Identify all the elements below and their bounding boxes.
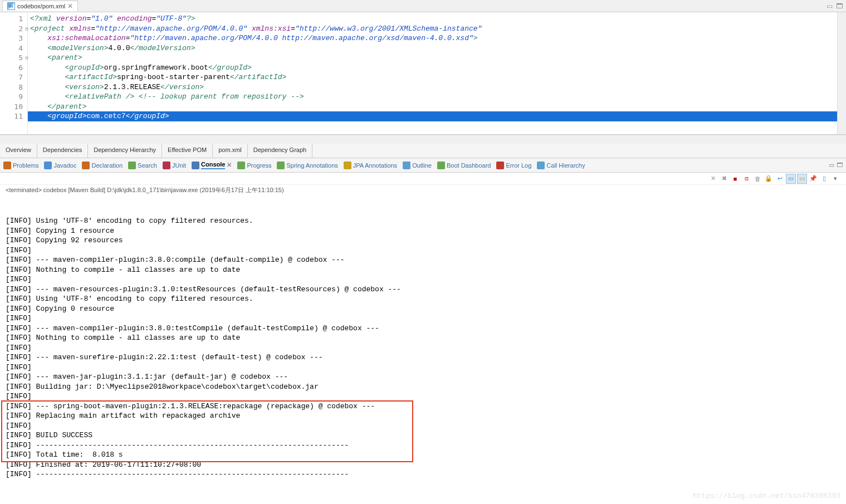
view-jpa-annotations[interactable]: JPA Annotations — [344, 162, 397, 169]
view-label: Call Hierarchy — [546, 162, 585, 169]
editor-horizontal-scrollbar[interactable] — [0, 135, 846, 144]
console-output[interactable]: [INFO] Using 'UTF-8' encoding to copy fi… — [0, 197, 846, 504]
line-number: 4 — [0, 43, 27, 53]
call-hierarchy-icon — [537, 162, 545, 169]
view-error-log[interactable]: Error Log — [496, 162, 531, 169]
editor-tab-bar: M codebox/pom.xml ✕ ▭ 🗖 — [0, 0, 846, 12]
line-number: 2 — [0, 24, 27, 34]
open-console-icon[interactable]: ▾ — [830, 174, 840, 184]
code-line[interactable]: <groupId>org.springframework.boot</group… — [28, 63, 837, 73]
console-line: [INFO] Nothing to compile - all classes … — [6, 333, 840, 343]
code-line[interactable]: <groupId>com.cetc7</groupId> — [28, 111, 837, 121]
close-icon[interactable]: ✕ — [67, 2, 73, 10]
console-line: [INFO] ---------------------------------… — [6, 441, 840, 451]
code-line[interactable]: <relativePath /> <!-- lookup parent from… — [28, 92, 837, 102]
minimize-icon[interactable]: ▭ — [829, 162, 834, 169]
display-icon[interactable]: ▯ — [819, 174, 829, 184]
search-icon — [128, 162, 136, 169]
scroll-lock-icon[interactable]: 🔒 — [764, 174, 774, 184]
line-number: 5 — [0, 53, 27, 63]
console-line: [INFO] Nothing to compile - all classes … — [6, 265, 840, 275]
watermark: https://blog.csdn.net/bin470398393 — [693, 491, 840, 501]
console-line: [INFO] Building jar: D:\Myeclipse2018wor… — [6, 382, 840, 392]
code-line[interactable]: xsi:schemaLocation="http://maven.apache.… — [28, 33, 837, 43]
subtab-effective-pom[interactable]: Effective POM — [162, 144, 213, 158]
view-progress[interactable]: Progress — [237, 162, 271, 169]
view-label: JUnit — [172, 162, 186, 169]
view-label: Search — [138, 162, 157, 169]
view-spring-annotations[interactable]: Spring Annotations — [277, 162, 338, 169]
show-console-icon[interactable]: ▭ — [786, 174, 796, 184]
view-junit[interactable]: JUnit — [163, 162, 186, 169]
console-line: [INFO] --- maven-compiler-plugin:3.8.0:t… — [6, 324, 840, 334]
code-area[interactable]: <?xml version="1.0" encoding="UTF-8"?><p… — [28, 12, 837, 134]
code-line[interactable]: <version>2.1.3.RELEASE</version> — [28, 82, 837, 92]
code-line[interactable]: <artifactId>spring-boot-starter-parent</… — [28, 72, 837, 82]
console-line: [INFO] --- maven-resources-plugin:3.1.0:… — [6, 285, 840, 295]
editor-tab-title: codebox/pom.xml — [17, 3, 65, 9]
console-line: [INFO] ---------------------------------… — [6, 469, 840, 479]
views-bar-controls: ▭ 🗖 — [829, 162, 846, 169]
view-boot-dashboard[interactable]: Boot Dashboard — [437, 162, 491, 169]
code-line[interactable]: <project xmlns="http://maven.apache.org/… — [28, 24, 837, 34]
line-number: 1 — [0, 14, 27, 24]
code-editor[interactable]: 1234567891011 <?xml version="1.0" encodi… — [0, 12, 846, 135]
console-line: [INFO] Using 'UTF-8' encoding to copy fi… — [6, 216, 840, 226]
console-toolbar: ✕✖■⧈🗑🔒↩▭▭📌▯▾ — [0, 173, 846, 185]
console-line: [INFO] Copying 92 resources — [6, 236, 840, 246]
view-javadoc[interactable]: Javadoc — [44, 162, 76, 169]
code-line[interactable]: <modelVersion>4.0.0</modelVersion> — [28, 43, 837, 53]
line-number: 10 — [0, 102, 27, 112]
close-icon[interactable]: ✕ — [227, 162, 232, 169]
maximize-icon[interactable]: 🗖 — [836, 2, 843, 10]
view-label: Problems — [13, 162, 38, 169]
view-label: Error Log — [506, 162, 531, 169]
line-number: 7 — [0, 72, 27, 82]
pin-console-icon[interactable]: 📌 — [808, 174, 818, 184]
subtab-dependency-hierarchy[interactable]: Dependency Hierarchy — [88, 144, 162, 158]
maven-file-icon: M — [7, 2, 15, 10]
view-label: Boot Dashboard — [447, 162, 491, 169]
terminate-icon[interactable]: ■ — [730, 174, 740, 184]
spring-annotations-icon — [277, 162, 285, 169]
view-declaration[interactable]: Declaration — [82, 162, 123, 169]
remove-all-icon[interactable]: ✖ — [719, 174, 729, 184]
editor-tab-bar-controls: ▭ 🗖 — [827, 2, 846, 10]
console-line: [INFO] — [6, 314, 840, 324]
editor-vertical-scrollbar[interactable] — [837, 12, 846, 134]
javadoc-icon — [44, 162, 52, 169]
subtab-dependencies[interactable]: Dependencies — [37, 144, 88, 158]
clear-console-icon[interactable]: 🗑 — [752, 174, 762, 184]
subtab-dependency-graph[interactable]: Dependency Graph — [248, 144, 312, 158]
minimize-icon[interactable]: ▭ — [827, 2, 833, 10]
view-call-hierarchy[interactable]: Call Hierarchy — [537, 162, 585, 169]
console-line: [INFO] Finished at: 2019-06-17T11:10:27+… — [6, 460, 840, 470]
termination-status: <terminated> codebox [Maven Build] D:\jd… — [0, 185, 846, 197]
editor-tab[interactable]: M codebox/pom.xml ✕ — [2, 1, 78, 11]
code-line[interactable]: </parent> — [28, 102, 837, 112]
view-problems[interactable]: Problems — [3, 162, 38, 169]
view-label: Console — [201, 161, 225, 169]
view-label: Declaration — [91, 162, 123, 169]
word-wrap-icon[interactable]: ↩ — [775, 174, 785, 184]
subtab-overview[interactable]: Overview — [0, 144, 37, 158]
console-line: [INFO] --- maven-surefire-plugin:2.22.1:… — [6, 353, 840, 363]
console-line: [INFO] --- spring-boot-maven-plugin:2.1.… — [6, 402, 840, 412]
console-line: [INFO] — [6, 421, 840, 431]
view-search[interactable]: Search — [128, 162, 157, 169]
code-line[interactable]: <?xml version="1.0" encoding="UTF-8"?> — [28, 14, 837, 24]
terminate-all-icon[interactable]: ⧈ — [741, 174, 751, 184]
view-label: Javadoc — [53, 162, 76, 169]
console-line: [INFO] — [6, 363, 840, 373]
console-line: [INFO] Total time: 8.018 s — [6, 450, 840, 460]
jpa-annotations-icon — [344, 162, 351, 169]
view-outline[interactable]: Outline — [403, 162, 432, 169]
remove-launch-icon[interactable]: ✕ — [708, 174, 718, 184]
maximize-icon[interactable]: 🗖 — [837, 162, 843, 169]
view-label: Spring Annotations — [286, 162, 338, 169]
subtab-pom.xml[interactable]: pom.xml — [213, 144, 248, 158]
code-line[interactable]: <parent> — [28, 53, 837, 63]
view-console[interactable]: Console ✕ — [192, 161, 232, 169]
show-standard-icon[interactable]: ▭ — [797, 174, 807, 184]
junit-icon — [163, 162, 170, 169]
